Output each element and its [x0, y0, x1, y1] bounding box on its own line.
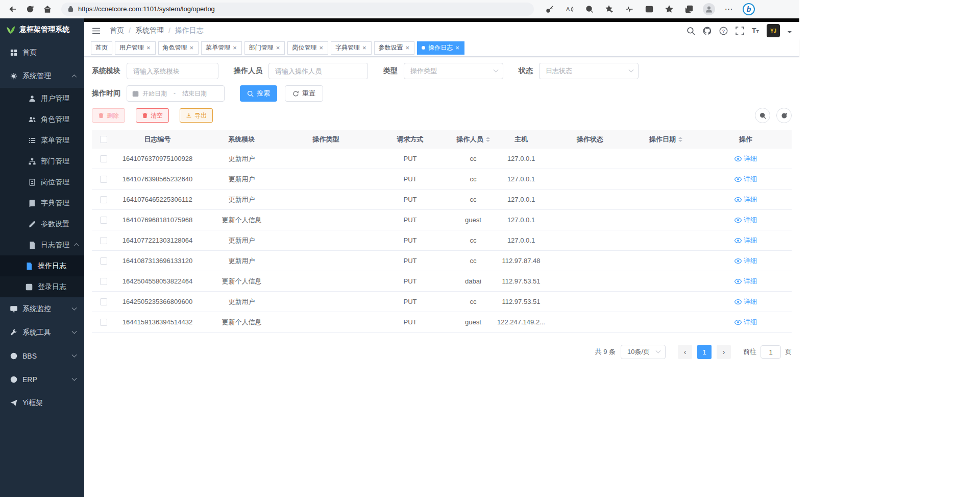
- breadcrumb-item[interactable]: 系统管理: [135, 26, 164, 35]
- tab-close-icon[interactable]: ×: [318, 44, 324, 51]
- collections-button[interactable]: [681, 2, 697, 16]
- sidebar-item-system-monitor[interactable]: 系统监控: [0, 297, 84, 321]
- browser-back-button[interactable]: [5, 2, 20, 16]
- refresh-table-button[interactable]: [776, 108, 792, 123]
- tab-department-management[interactable]: 部门管理 ×: [244, 41, 285, 55]
- browser-home-button[interactable]: [40, 2, 55, 16]
- status-select[interactable]: 日志状态: [539, 63, 639, 79]
- detail-link[interactable]: 详细: [734, 277, 757, 286]
- header-date-sortable[interactable]: 操作日期: [632, 135, 700, 144]
- page-size-select[interactable]: 10条/页: [621, 345, 666, 359]
- row-checkbox[interactable]: [100, 196, 107, 203]
- sidebar-subitem-login-log[interactable]: 登录日志: [0, 276, 84, 297]
- add-favorite-button[interactable]: [602, 2, 617, 16]
- sidebar-toggle-button[interactable]: [92, 27, 101, 35]
- reset-button[interactable]: 重置: [285, 85, 323, 102]
- sidebar-item-erp[interactable]: ERP: [0, 368, 84, 391]
- breadcrumb-item[interactable]: 首页: [110, 26, 124, 35]
- tab-menu-management[interactable]: 菜单管理 ×: [201, 41, 242, 55]
- delete-button[interactable]: 删除: [92, 108, 125, 123]
- row-checkbox[interactable]: [100, 298, 107, 305]
- sidebar-subitem-user-management[interactable]: 用户管理: [0, 88, 84, 109]
- sidebar-subitem-parameter-settings[interactable]: 参数设置: [0, 214, 84, 234]
- tab-operation-log[interactable]: 操作日志 ×: [417, 41, 464, 55]
- type-select[interactable]: 操作类型: [404, 63, 503, 79]
- sidebar-subitem-position-management[interactable]: 岗位管理: [0, 172, 84, 193]
- prev-page-button[interactable]: ‹: [678, 345, 692, 359]
- header-search-button[interactable]: [687, 27, 695, 35]
- tab-close-icon[interactable]: ×: [276, 44, 281, 51]
- browser-settings-button[interactable]: ⋯: [721, 2, 737, 16]
- caret-down-icon[interactable]: [788, 31, 792, 35]
- fullscreen-icon[interactable]: [736, 27, 744, 35]
- show-search-button[interactable]: [755, 108, 770, 123]
- tab-close-icon[interactable]: ×: [405, 44, 410, 51]
- detail-link[interactable]: 详细: [734, 256, 757, 266]
- sidebar-item-system-tools[interactable]: 系统工具: [0, 321, 84, 344]
- row-checkbox[interactable]: [100, 176, 107, 183]
- dashboard-icon: [10, 49, 17, 56]
- sidebar-subitem-dictionary-management[interactable]: 字典管理: [0, 193, 84, 214]
- tab-close-icon[interactable]: ×: [455, 44, 460, 51]
- sidebar-subitem-menu-management[interactable]: 菜单管理: [0, 130, 84, 151]
- sidebar-subitem-log-management[interactable]: 日志管理: [0, 234, 84, 255]
- detail-link[interactable]: 详细: [734, 175, 757, 184]
- zoom-out-button[interactable]: [582, 2, 597, 16]
- tab-user-management[interactable]: 用户管理 ×: [115, 41, 156, 55]
- goto-page-input[interactable]: [761, 345, 781, 359]
- operator-input[interactable]: [268, 63, 368, 79]
- sidebar-subitem-operation-log[interactable]: 操作日志: [0, 255, 84, 276]
- tab-parameter-settings[interactable]: 参数设置 ×: [374, 41, 415, 55]
- sidebar-subitem-role-management[interactable]: 角色管理: [0, 109, 84, 130]
- github-icon[interactable]: [703, 27, 712, 35]
- tab-close-icon[interactable]: ×: [189, 44, 194, 51]
- sidebar-item-bbs[interactable]: BBS: [0, 344, 84, 368]
- row-checkbox[interactable]: [100, 155, 107, 162]
- sidebar-item-home[interactable]: 首页: [0, 41, 84, 64]
- detail-link[interactable]: 详细: [734, 216, 757, 225]
- help-icon[interactable]: ?: [719, 27, 728, 35]
- browser-essentials-button[interactable]: [622, 2, 637, 16]
- search-button[interactable]: 搜索: [240, 85, 277, 102]
- tab-home[interactable]: 首页: [91, 41, 112, 55]
- header-operator-sortable[interactable]: 操作人员: [452, 135, 494, 144]
- sidebar-item-system-management[interactable]: 系统管理: [0, 64, 84, 88]
- split-screen-button[interactable]: [642, 2, 657, 16]
- next-page-button[interactable]: ›: [717, 345, 731, 359]
- row-checkbox[interactable]: [100, 319, 107, 326]
- tab-dictionary-management[interactable]: 字典管理 ×: [331, 41, 372, 55]
- read-aloud-button[interactable]: A: [562, 2, 577, 16]
- bing-chat-button[interactable]: b: [741, 2, 756, 16]
- page-button-1[interactable]: 1: [697, 345, 712, 359]
- row-checkbox[interactable]: [100, 278, 107, 285]
- export-button[interactable]: 导出: [180, 108, 213, 123]
- detail-link[interactable]: 详细: [734, 236, 757, 245]
- browser-profile-button[interactable]: [701, 2, 717, 16]
- tab-position-management[interactable]: 岗位管理 ×: [287, 41, 328, 55]
- password-key-button[interactable]: [542, 2, 557, 16]
- favorites-button[interactable]: [662, 2, 677, 16]
- detail-link[interactable]: 详细: [734, 195, 757, 204]
- clear-button[interactable]: 清空: [136, 108, 169, 123]
- browser-refresh-button[interactable]: [22, 2, 38, 16]
- tab-close-icon[interactable]: ×: [146, 44, 151, 51]
- tab-close-icon[interactable]: ×: [232, 44, 237, 51]
- date-range-picker[interactable]: 开始日期 - 结束日期: [127, 85, 225, 102]
- sort-icons[interactable]: [486, 135, 490, 144]
- sort-icons[interactable]: [678, 135, 682, 144]
- select-all-checkbox[interactable]: [100, 136, 107, 143]
- row-checkbox[interactable]: [100, 217, 107, 224]
- user-avatar[interactable]: YJ: [767, 24, 780, 37]
- font-size-icon[interactable]: TT: [752, 27, 759, 35]
- row-checkbox[interactable]: [100, 257, 107, 265]
- sidebar-item-yi-framework[interactable]: Yi框架: [0, 391, 84, 415]
- row-checkbox[interactable]: [100, 237, 107, 244]
- tab-role-management[interactable]: 角色管理 ×: [158, 41, 199, 55]
- module-input[interactable]: [127, 63, 218, 79]
- tab-close-icon[interactable]: ×: [362, 44, 367, 51]
- detail-link[interactable]: 详细: [734, 297, 757, 306]
- sidebar-subitem-department-management[interactable]: 部门管理: [0, 151, 84, 172]
- browser-url-bar[interactable]: https://ccnetcore.com:1101/system/log/op…: [61, 3, 534, 16]
- detail-link[interactable]: 详细: [734, 318, 757, 327]
- detail-link[interactable]: 详细: [734, 154, 757, 163]
